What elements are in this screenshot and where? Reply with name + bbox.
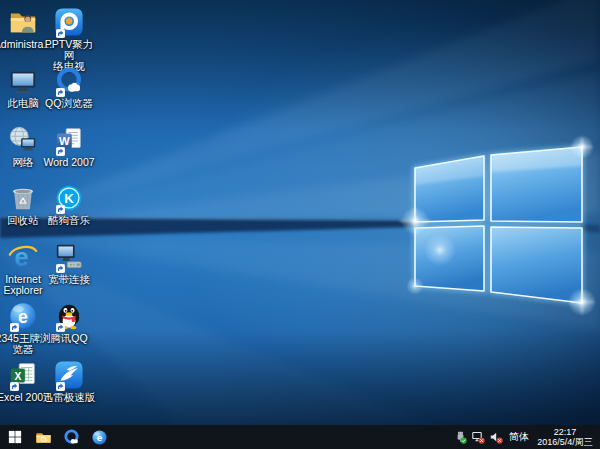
clock-time: 22:17 xyxy=(535,427,595,438)
taskbar-clock[interactable]: 22:17 2016/5/4/周三 xyxy=(535,427,595,448)
tencent-qq-icon xyxy=(53,301,85,331)
desktop-icon-label: QQ浏览器 xyxy=(45,98,93,109)
desktop-icon-label: 网络 xyxy=(13,157,34,168)
desktop-icon-label: 迅雷极速版 xyxy=(43,392,96,403)
safely-remove-hardware-icon[interactable] xyxy=(454,431,467,444)
pptv-icon xyxy=(53,7,85,37)
2345-browser-icon: e xyxy=(91,429,108,446)
start-button[interactable] xyxy=(1,425,29,449)
desktop-icon-word-2007[interactable]: W Word 2007 xyxy=(41,125,97,168)
shortcut-arrow-badge xyxy=(56,205,65,214)
desktop-icon-label: 酷狗音乐 xyxy=(48,215,90,226)
taskbar: e 简体 22:17 2016/5/4/周三 xyxy=(0,425,600,449)
desktop-icon-label: 腾讯QQ xyxy=(50,333,87,344)
recycle-bin-icon xyxy=(7,183,39,213)
shortcut-arrow-badge xyxy=(56,382,65,391)
2345-browser-taskbar-button[interactable]: e xyxy=(85,425,113,449)
file-explorer-icon xyxy=(35,429,52,446)
desktop-icon-label: Word 2007 xyxy=(43,157,94,168)
network-icon xyxy=(7,125,39,155)
shortcut-arrow-badge xyxy=(56,88,65,97)
internet-explorer-icon: e xyxy=(7,242,39,272)
desktop-icon-tencent-qq[interactable]: 腾讯QQ xyxy=(41,301,97,344)
start-icon xyxy=(8,430,22,444)
svg-text:W: W xyxy=(59,135,70,147)
administrator-folder-icon xyxy=(7,7,39,37)
kugou-music-icon: K xyxy=(53,183,85,213)
desktop-icon-label: 宽带连接 xyxy=(48,274,90,285)
broadband-connection-icon xyxy=(53,242,85,272)
qq-browser-icon xyxy=(53,66,85,96)
system-tray: 简体 22:17 2016/5/4/周三 xyxy=(454,425,600,449)
this-pc-icon xyxy=(7,66,39,96)
shortcut-arrow-badge xyxy=(56,264,65,273)
file-explorer-button[interactable] xyxy=(29,425,57,449)
shortcut-arrow-badge xyxy=(56,323,65,332)
desktop-icon-thunder[interactable]: 迅雷极速版 xyxy=(41,360,97,403)
clock-date: 2016/5/4/周三 xyxy=(535,437,595,448)
desktop: Administra... PPTV聚力 网 络电视 xyxy=(0,0,600,425)
volume-muted-icon[interactable] xyxy=(490,431,503,444)
svg-text:K: K xyxy=(64,191,74,206)
desktop-icon-label: 此电脑 xyxy=(7,98,39,109)
shortcut-arrow-badge xyxy=(56,147,65,156)
shortcut-arrow-badge xyxy=(10,323,19,332)
excel-2007-icon: X xyxy=(7,360,39,390)
qq-browser-icon xyxy=(63,429,80,446)
qq-browser-taskbar-button[interactable] xyxy=(57,425,85,449)
desktop-icon-broadband-connection[interactable]: 宽带连接 xyxy=(41,242,97,285)
shortcut-arrow-badge xyxy=(10,382,19,391)
network-disconnected-icon[interactable] xyxy=(472,431,485,444)
shortcut-arrow-badge xyxy=(56,29,65,38)
svg-text:e: e xyxy=(18,307,28,327)
desktop-icon-label: Internet Explorer xyxy=(3,274,42,296)
2345-browser-icon: e xyxy=(7,301,39,331)
desktop-icon-pptv[interactable]: PPTV聚力 网 络电视 xyxy=(41,7,97,72)
word-2007-icon: W xyxy=(53,125,85,155)
desktop-icon-kugou-music[interactable]: K 酷狗音乐 xyxy=(41,183,97,226)
input-method-indicator[interactable]: 简体 xyxy=(508,425,530,449)
desktop-icon-label: 回收站 xyxy=(7,215,39,226)
desktop-icon-qq-browser[interactable]: QQ浏览器 xyxy=(41,66,97,109)
thunder-icon xyxy=(53,360,85,390)
svg-text:X: X xyxy=(14,371,21,382)
svg-text:e: e xyxy=(96,432,102,443)
